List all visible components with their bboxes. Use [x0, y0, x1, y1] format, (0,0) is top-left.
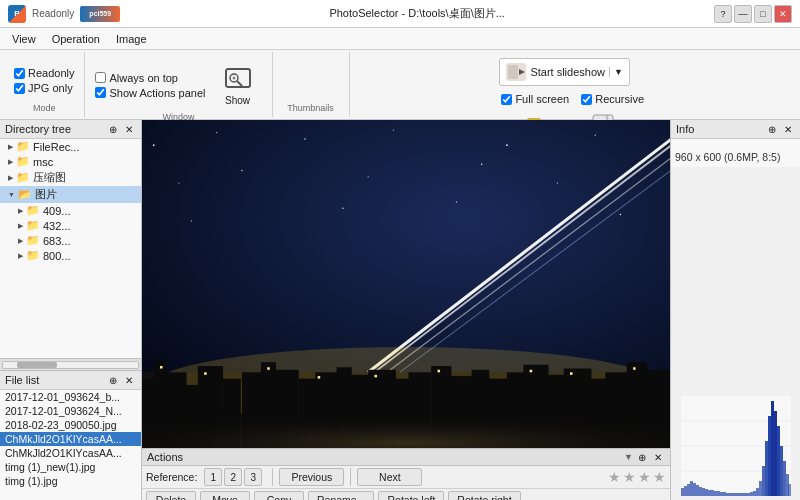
menu-bar: View Operation Image [0, 28, 800, 50]
svg-line-2 [237, 81, 242, 86]
svg-rect-103 [738, 493, 741, 496]
star-1[interactable]: ★ [608, 469, 621, 485]
info-close[interactable]: ✕ [781, 122, 795, 136]
readonly-badge: Readonly [32, 8, 74, 19]
svg-rect-91 [702, 488, 705, 496]
svg-rect-90 [699, 487, 702, 496]
actions-panel: Actions ▼ ⊕ ✕ Reference: 1 2 3 Previous … [142, 448, 670, 500]
minimize-button[interactable]: — [734, 5, 752, 23]
tree-item-msc[interactable]: ▶ 📁 msc [0, 154, 141, 169]
svg-rect-70 [142, 398, 670, 448]
maximize-button[interactable]: □ [754, 5, 772, 23]
svg-rect-116 [777, 426, 780, 496]
logo-badge: pci559 [80, 6, 120, 22]
fullscreen-checkbox[interactable] [501, 94, 512, 105]
next-button[interactable]: Next [357, 468, 422, 486]
file-list-close[interactable]: ✕ [122, 373, 136, 387]
star-2[interactable]: ★ [623, 469, 636, 485]
sep1 [272, 468, 273, 486]
ref-btn-3[interactable]: 3 [244, 468, 262, 486]
rotate-right-button[interactable]: Rotate right [448, 491, 520, 500]
tree-item-compress[interactable]: ▶ 📁 压缩图 [0, 169, 141, 186]
svg-rect-112 [765, 441, 768, 496]
menu-operation[interactable]: Operation [44, 31, 108, 47]
svg-rect-105 [744, 493, 747, 496]
actions-pin[interactable]: ⊕ [635, 450, 649, 464]
delete-button[interactable]: Delete [146, 491, 196, 500]
tree-item-683[interactable]: ▶ 📁 683... [0, 233, 141, 248]
readonly-checkbox[interactable] [14, 68, 25, 79]
svg-point-30 [191, 220, 192, 221]
night-image [142, 120, 670, 448]
svg-point-24 [178, 182, 179, 183]
svg-rect-107 [750, 492, 753, 496]
ref-btn-2[interactable]: 2 [224, 468, 242, 486]
window-checkboxes: Always on top Show Actions panel [93, 71, 207, 100]
svg-point-26 [368, 176, 369, 177]
file-item-6[interactable]: timg (1).jpg [0, 474, 141, 488]
svg-rect-113 [768, 416, 771, 496]
fullscreen-check[interactable]: Full screen [499, 92, 571, 106]
jpg-only-check[interactable]: JPG only [12, 81, 76, 95]
file-item-2[interactable]: 2018-02-23_090050.jpg [0, 418, 141, 432]
rotate-left-button[interactable]: Rotate left [378, 491, 444, 500]
svg-rect-77 [530, 370, 533, 373]
file-item-4[interactable]: ChMkJld2O1KIYcasAA... [0, 446, 141, 460]
tree-item-filerec[interactable]: ▶ 📁 FileRec... [0, 139, 141, 154]
readonly-check[interactable]: Readonly [12, 66, 76, 80]
menu-view[interactable]: View [4, 31, 44, 47]
file-list-content[interactable]: 2017-12-01_093624_b... 2017-12-01_093624… [0, 390, 141, 500]
svg-rect-118 [783, 461, 786, 496]
star-4[interactable]: ★ [653, 469, 666, 485]
svg-rect-85 [684, 486, 687, 496]
file-list-pin[interactable]: ⊕ [106, 373, 120, 387]
actions-header: Actions ▼ ⊕ ✕ [142, 449, 670, 466]
info-pin[interactable]: ⊕ [765, 122, 779, 136]
move-button[interactable]: Move [200, 491, 250, 500]
show-actions-checkbox[interactable] [95, 87, 106, 98]
info-header: Info ⊕ ✕ [671, 120, 800, 139]
dir-tree-scrollbar-thumb[interactable] [17, 362, 58, 368]
show-button[interactable]: Show [212, 58, 264, 112]
svg-rect-99 [726, 493, 729, 496]
svg-rect-76 [438, 370, 441, 373]
file-item-3[interactable]: ChMkJld2O1KIYcasAA... [0, 432, 141, 446]
show-actions-check[interactable]: Show Actions panel [93, 86, 207, 100]
tree-item-pictures[interactable]: ▼ 📂 图片 [0, 186, 141, 203]
file-item-5[interactable]: timg (1)_new(1).jpg [0, 460, 141, 474]
file-item-0[interactable]: 2017-12-01_093624_b... [0, 390, 141, 404]
star-3[interactable]: ★ [638, 469, 651, 485]
recursive-check[interactable]: Recursive [579, 92, 646, 106]
always-on-top-check[interactable]: Always on top [93, 71, 207, 85]
dir-tree-scrollbar-h[interactable] [0, 358, 141, 370]
close-button[interactable]: ✕ [774, 5, 792, 23]
menu-image[interactable]: Image [108, 31, 155, 47]
tree-item-409[interactable]: ▶ 📁 409... [0, 203, 141, 218]
title-bar-controls: ? — □ ✕ [714, 5, 792, 23]
svg-rect-78 [570, 372, 573, 375]
tree-item-800[interactable]: ▶ 📁 800... [0, 248, 141, 263]
ref-btn-1[interactable]: 1 [204, 468, 222, 486]
copy-button[interactable]: Copy [254, 491, 304, 500]
tree-item-432[interactable]: ▶ 📁 432... [0, 218, 141, 233]
slideshow-dropdown[interactable]: ▼ [609, 67, 623, 77]
svg-rect-109 [756, 488, 759, 496]
svg-rect-95 [714, 491, 717, 496]
start-slideshow-button[interactable]: Start slideshow ▼ [499, 58, 630, 86]
ribbon-group-slideshow: Start slideshow ▼ Full screen Recursive [350, 52, 797, 117]
dir-tree[interactable]: ▶ 📁 FileRec... ▶ 📁 msc ▶ 📁 压缩图 ▼ 📂 图片 ▶ [0, 139, 141, 358]
mode-label: Mode [33, 103, 56, 115]
reference-label: Reference: [146, 471, 197, 483]
help-button[interactable]: ? [714, 5, 732, 23]
actions-close[interactable]: ✕ [651, 451, 665, 464]
dir-tree-close[interactable]: ✕ [122, 122, 136, 136]
dir-tree-pin[interactable]: ⊕ [106, 122, 120, 136]
jpg-only-checkbox[interactable] [14, 83, 25, 94]
always-on-top-checkbox[interactable] [95, 72, 106, 83]
file-item-1[interactable]: 2017-12-01_093624_N... [0, 404, 141, 418]
thumbnails-label: Thumbnails [287, 103, 334, 115]
recursive-checkbox[interactable] [581, 94, 592, 105]
previous-button[interactable]: Previous [279, 468, 344, 486]
slideshow-content: Start slideshow ▼ Full screen Recursive [499, 54, 646, 106]
rename-button[interactable]: Rename... [308, 491, 374, 500]
